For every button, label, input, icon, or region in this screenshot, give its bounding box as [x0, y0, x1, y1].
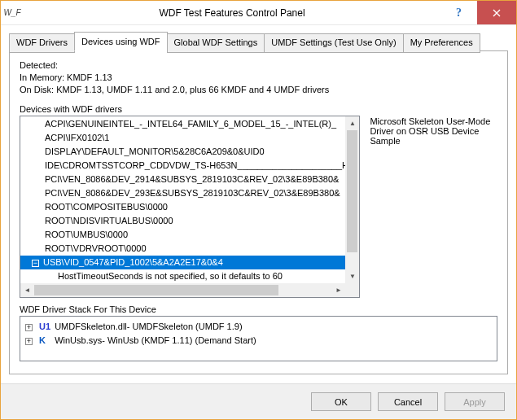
tab-strip: WDF Drivers Devices using WDF Global WDF… [9, 32, 508, 51]
scroll-thumb-v[interactable] [347, 130, 357, 252]
vertical-scrollbar[interactable]: ▲ ▼ [345, 116, 359, 283]
kmdf-badge: K [39, 334, 52, 348]
tab-umdf-settings[interactable]: UMDF Settings (Test Use Only) [264, 33, 403, 53]
app-icon: W_F [1, 8, 24, 17]
scroll-thumb-h[interactable] [34, 285, 278, 295]
devices-listbox[interactable]: ACPI\GENUINEINTEL_-_INTEL64_FAMILY_6_MOD… [20, 116, 360, 298]
list-item-selected[interactable]: −USB\VID_0547&PID_1002\5&A2A2E17&0&4 [20, 256, 359, 269]
list-item-child[interactable]: HostTimeoutSeconds is not specified, so … [20, 269, 359, 283]
expand-icon[interactable]: + [25, 338, 33, 345]
scroll-down-icon[interactable]: ▼ [345, 269, 359, 283]
list-item[interactable]: ROOT\UMBUS\0000 [20, 228, 359, 242]
middle-row: Devices with WDF drivers ACPI\GENUINEINT… [20, 104, 497, 298]
expand-icon[interactable]: + [25, 324, 33, 331]
detected-disk: On Disk: KMDF 1.13, UMDF 1.11 and 2.0, p… [20, 84, 497, 96]
tab-my-preferences[interactable]: My Preferences [403, 33, 480, 53]
list-item[interactable]: ACPI\GENUINEINTEL_-_INTEL64_FAMILY_6_MOD… [20, 117, 359, 131]
scroll-track-h[interactable] [34, 283, 331, 297]
dialog-window: W_F WDF Test Features Control Panel ? WD… [0, 0, 517, 420]
window-title: WDF Test Features Control Panel [24, 7, 440, 19]
ok-button[interactable]: OK [311, 392, 371, 411]
detected-heading: Detected: [20, 59, 497, 72]
devices-list-inner: ACPI\GENUINEINTEL_-_INTEL64_FAMILY_6_MOD… [20, 116, 359, 297]
list-item[interactable]: ROOT\VDRVROOT\0000 [20, 242, 359, 256]
list-item[interactable]: PCI\VEN_8086&DEV_2914&SUBSYS_2819103C&RE… [20, 173, 359, 186]
stack-row-text: UMDFSkeleton.dll- UMDFSkeleton (UMDF 1.9… [55, 322, 242, 331]
titlebar-controls: ? [440, 1, 516, 24]
scroll-left-icon[interactable]: ◄ [20, 283, 34, 297]
list-item[interactable]: ACPI\IFX0102\1 [20, 131, 359, 145]
cancel-button[interactable]: Cancel [378, 392, 438, 411]
close-icon [493, 9, 501, 17]
detected-info: Detected: In Memory: KMDF 1.13 On Disk: … [20, 59, 497, 96]
devices-column: Devices with WDF drivers ACPI\GENUINEINT… [20, 104, 360, 298]
umdf-badge: U1 [39, 320, 52, 334]
collapse-icon[interactable]: − [32, 260, 39, 267]
titlebar[interactable]: W_F WDF Test Features Control Panel ? [1, 1, 516, 25]
tab-global-wdf-settings[interactable]: Global WDF Settings [167, 33, 265, 53]
stack-row[interactable]: + U1 UMDFSkeleton.dll- UMDFSkeleton (UMD… [25, 320, 492, 334]
scroll-corner [345, 283, 359, 297]
tab-panel: Detected: In Memory: KMDF 1.13 On Disk: … [9, 50, 508, 374]
device-description: Microsoft Skeleton User-Mode Driver on O… [370, 104, 497, 298]
help-button[interactable]: ? [440, 1, 477, 24]
scroll-track-v[interactable] [345, 130, 359, 269]
tab-wdf-drivers[interactable]: WDF Drivers [9, 33, 75, 53]
list-item[interactable]: DISPLAY\DEFAULT_MONITOR\5&28C6A209&0&UID… [20, 145, 359, 159]
scroll-up-icon[interactable]: ▲ [345, 116, 359, 130]
content-area: WDF Drivers Devices using WDF Global WDF… [1, 25, 516, 383]
close-button[interactable] [477, 1, 516, 24]
list-item[interactable]: ROOT\NDISVIRTUALBUS\0000 [20, 214, 359, 228]
list-item[interactable]: IDE\CDROMTSSTCORP_CDDVDW_TS-H653N_______… [20, 159, 359, 173]
list-item[interactable]: PCI\VEN_8086&DEV_293E&SUBSYS_2819103C&RE… [20, 186, 359, 200]
stack-label: WDF Driver Stack For This Device [20, 304, 497, 314]
scroll-right-icon[interactable]: ► [331, 283, 345, 297]
apply-button[interactable]: Apply [445, 392, 505, 411]
detected-memory: In Memory: KMDF 1.13 [20, 72, 497, 84]
list-item[interactable]: ROOT\COMPOSITEBUS\0000 [20, 200, 359, 214]
selected-device-text: USB\VID_0547&PID_1002\5&A2A2E17&0&4 [43, 257, 223, 267]
stack-row[interactable]: + K WinUsb.sys- WinUsb (KMDF 1.11) (Dema… [25, 334, 492, 348]
devices-label: Devices with WDF drivers [20, 104, 360, 114]
stack-row-text: WinUsb.sys- WinUsb (KMDF 1.11) (Demand S… [55, 335, 256, 345]
button-bar: OK Cancel Apply [1, 383, 516, 419]
tab-devices-using-wdf[interactable]: Devices using WDF [74, 32, 168, 51]
driver-stack-listbox[interactable]: + U1 UMDFSkeleton.dll- UMDFSkeleton (UMD… [20, 316, 497, 361]
horizontal-scrollbar[interactable]: ◄ ► [20, 283, 345, 297]
